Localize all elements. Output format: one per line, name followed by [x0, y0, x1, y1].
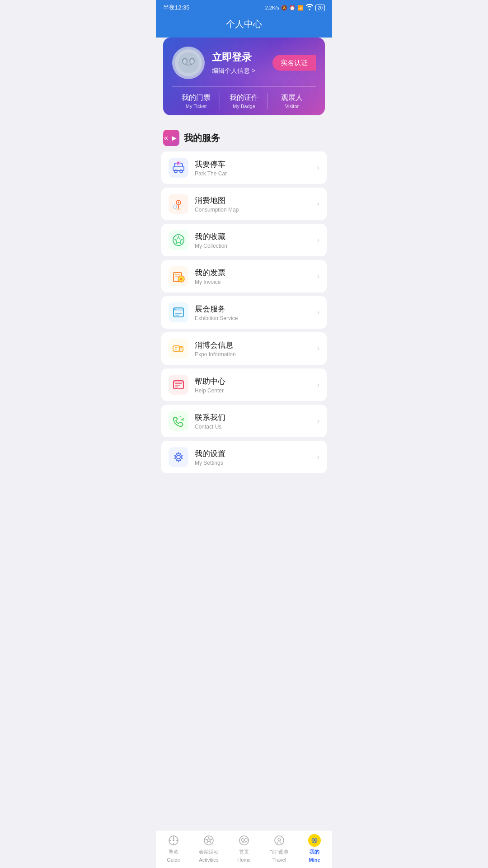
page-header: 个人中心 — [156, 14, 332, 38]
tab-visitor[interactable]: 观展人 Visitor — [268, 87, 316, 115]
help-icon — [169, 375, 188, 395]
contact-label-en: Contact Us — [195, 424, 311, 430]
expo-label-zh: 消博会信息 — [195, 340, 311, 350]
page-title: 个人中心 — [226, 19, 262, 29]
status-time: 半夜12:35 — [163, 4, 190, 12]
menu-item-invoice[interactable]: ¥ 我的发票 My Invoice › — [161, 260, 327, 292]
parking-icon: P — [169, 158, 188, 178]
wifi-icon — [305, 4, 314, 11]
settings-icon — [169, 447, 188, 467]
svg-point-12 — [176, 208, 181, 210]
svg-rect-26 — [173, 346, 179, 351]
parking-label-en: Park The Car — [195, 170, 311, 177]
alarm-icon: ⏰ — [289, 5, 296, 11]
menu-item-exhibition[interactable]: 展会服务 Exhibition Service › — [161, 296, 327, 329]
invoice-arrow: › — [317, 272, 319, 280]
svg-point-25 — [174, 309, 176, 310]
collection-label-zh: 我的收藏 — [195, 231, 311, 242]
map-label-en: Consumption Map — [195, 207, 311, 213]
collection-icon — [169, 230, 188, 250]
exhibition-icon — [169, 302, 188, 322]
svg-text:¥: ¥ — [180, 277, 182, 282]
services-icon — [163, 130, 179, 146]
invoice-label-zh: 我的发票 — [195, 268, 311, 278]
svg-point-11 — [178, 202, 179, 203]
help-label-en: Help Center — [195, 387, 311, 394]
svg-rect-17 — [175, 274, 180, 275]
settings-label-zh: 我的设置 — [195, 448, 311, 459]
menu-list: P 我要停车 Park The Car › 消费地图 Consumption M… — [156, 151, 332, 473]
map-icon — [169, 194, 188, 214]
svg-text:P: P — [177, 162, 179, 165]
status-icons: 2.2K/s 🔕 ⏰ 📶 20 — [265, 4, 325, 11]
menu-item-help[interactable]: 帮助中心 Help Center › — [161, 368, 327, 401]
expo-arrow: › — [317, 344, 319, 353]
battery-indicator: 20 — [315, 5, 325, 11]
menu-item-settings[interactable]: 我的设置 My Settings › — [161, 441, 327, 473]
services-title: 我的服务 — [184, 132, 220, 144]
parking-arrow: › — [317, 164, 319, 172]
menu-item-contact[interactable]: 联系我们 Contact Us › — [161, 405, 327, 437]
expo-label-en: Expo Information — [195, 351, 311, 358]
invoice-label-en: My Invoice — [195, 279, 311, 285]
signal-icon: 📶 — [297, 5, 304, 11]
svg-point-36 — [177, 455, 180, 459]
tab-my-ticket[interactable]: 我的门票 My Ticket — [172, 87, 220, 115]
parking-label-zh: 我要停车 — [195, 159, 311, 170]
menu-item-collection[interactable]: 我的收藏 My Collection › — [161, 224, 327, 256]
banner-tabs: 我的门票 My Ticket 我的证件 My Badge 观展人 Visitor — [172, 86, 316, 115]
svg-rect-35 — [174, 381, 183, 383]
help-label-zh: 帮助中心 — [195, 376, 311, 387]
map-arrow: › — [317, 200, 319, 208]
invoice-icon: ¥ — [169, 266, 188, 286]
tab-my-badge[interactable]: 我的证件 My Badge — [220, 87, 268, 115]
avatar-face — [175, 49, 202, 76]
exhibition-label-en: Exhibition Service — [195, 315, 311, 321]
map-label-zh: 消费地图 — [195, 195, 311, 206]
services-section-header: 我的服务 — [156, 123, 332, 151]
menu-item-parking[interactable]: P 我要停车 Park The Car › — [161, 151, 327, 184]
menu-item-map[interactable]: 消费地图 Consumption Map › — [161, 188, 327, 220]
avatar — [172, 47, 205, 79]
status-bar: 半夜12:35 2.2K/s 🔕 ⏰ 📶 20 — [156, 0, 332, 14]
speed-indicator: 2.2K/s — [265, 5, 279, 10]
svg-point-4 — [190, 59, 194, 64]
contact-label-zh: 联系我们 — [195, 412, 311, 423]
svg-marker-15 — [175, 236, 183, 244]
expo-icon — [169, 339, 188, 359]
svg-point-13 — [173, 205, 177, 208]
real-name-button[interactable]: 实名认证 — [272, 55, 316, 71]
svg-rect-7 — [173, 167, 184, 170]
exhibition-label-zh: 展会服务 — [195, 304, 311, 314]
exhibition-arrow: › — [317, 308, 319, 316]
collection-arrow: › — [317, 236, 319, 244]
mute-icon: 🔕 — [281, 5, 287, 11]
settings-label-en: My Settings — [195, 460, 311, 466]
contact-arrow: › — [317, 417, 319, 425]
menu-item-expo[interactable]: 消博会信息 Expo Information › — [161, 332, 327, 365]
svg-point-0 — [178, 52, 199, 73]
profile-banner: 立即登录 编辑个人信息 > 实名认证 我的门票 My Ticket 我的证件 M… — [163, 38, 325, 115]
help-arrow: › — [317, 381, 319, 389]
contact-icon — [169, 411, 188, 431]
collection-label-en: My Collection — [195, 243, 311, 249]
svg-point-3 — [183, 59, 187, 64]
svg-rect-18 — [175, 276, 178, 277]
settings-arrow: › — [317, 453, 319, 461]
